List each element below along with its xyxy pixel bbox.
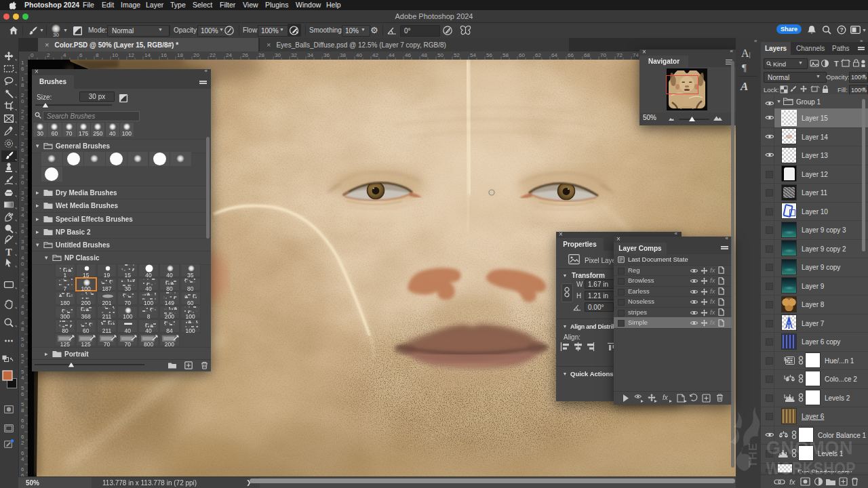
svg-text:6: 6: [21, 418, 24, 424]
svg-text:3: 3: [21, 206, 24, 212]
svg-text:1: 1: [21, 76, 24, 82]
svg-text:14: 14: [144, 52, 151, 58]
svg-text:6: 6: [79, 52, 83, 58]
svg-text:44: 44: [389, 52, 395, 58]
svg-text:8: 8: [21, 326, 24, 332]
svg-text:4: 4: [21, 320, 24, 326]
svg-text:30: 30: [275, 52, 281, 58]
svg-text:4: 4: [21, 375, 24, 381]
svg-text:42: 42: [372, 52, 378, 58]
svg-text:5: 5: [21, 369, 24, 375]
svg-text:6: 6: [21, 310, 24, 316]
svg-text:70: 70: [600, 52, 606, 58]
svg-text:3: 3: [21, 174, 24, 180]
svg-text:66: 66: [568, 52, 574, 58]
svg-text:20: 20: [193, 52, 199, 58]
svg-text:2: 2: [21, 440, 24, 446]
svg-text:18: 18: [177, 52, 183, 58]
svg-text:8: 8: [21, 245, 24, 251]
svg-text:8: 8: [96, 52, 99, 58]
svg-text:8: 8: [21, 82, 24, 88]
svg-text:0: 0: [21, 424, 24, 430]
svg-text:2: 2: [21, 115, 24, 121]
svg-text:5: 5: [21, 385, 24, 391]
svg-text:74: 74: [633, 52, 639, 58]
svg-text:WORKSHOP: WORKSHOP: [766, 459, 856, 478]
svg-text:4: 4: [21, 287, 24, 293]
svg-text:6: 6: [21, 66, 24, 72]
svg-text:4: 4: [21, 456, 24, 462]
svg-text:2: 2: [21, 108, 24, 115]
svg-text:32: 32: [291, 52, 297, 58]
svg-text:fx: fx: [663, 394, 669, 401]
svg-text:4: 4: [21, 255, 24, 261]
svg-text:3: 3: [21, 190, 24, 196]
svg-text:24: 24: [226, 52, 232, 58]
svg-text:12: 12: [128, 52, 134, 58]
svg-text:0: 0: [31, 52, 34, 58]
svg-text:48: 48: [421, 52, 427, 58]
svg-text:5: 5: [21, 336, 24, 342]
svg-text:2: 2: [21, 125, 24, 131]
svg-text:2: 2: [21, 157, 24, 163]
svg-text:26: 26: [242, 52, 248, 58]
svg-text:?: ?: [840, 26, 843, 33]
svg-text:6: 6: [21, 466, 24, 472]
svg-text:40: 40: [356, 52, 362, 58]
svg-text:2: 2: [21, 196, 24, 202]
svg-text:5: 5: [21, 401, 24, 407]
svg-text:4: 4: [21, 304, 24, 310]
svg-text:1: 1: [21, 60, 24, 66]
svg-text:5: 5: [21, 352, 24, 359]
svg-text:10: 10: [112, 52, 118, 58]
svg-text:T: T: [5, 247, 12, 258]
svg-text:4: 4: [21, 293, 24, 300]
svg-text:6: 6: [21, 434, 24, 440]
svg-text:22: 22: [210, 52, 216, 58]
svg-text:34: 34: [307, 52, 313, 58]
svg-text:THE: THE: [747, 443, 760, 468]
svg-text:58: 58: [502, 52, 509, 58]
svg-text:2: 2: [21, 277, 24, 283]
svg-text:2: 2: [21, 92, 24, 98]
svg-text:6: 6: [21, 391, 24, 397]
svg-text:8: 8: [21, 163, 24, 169]
svg-text:6: 6: [21, 147, 24, 153]
svg-text:3: 3: [21, 222, 24, 228]
svg-text:56: 56: [486, 52, 492, 58]
svg-text:46: 46: [405, 52, 411, 58]
svg-text:3: 3: [21, 239, 24, 245]
svg-text:2: 2: [47, 52, 50, 58]
svg-text:0: 0: [21, 98, 24, 104]
svg-text:0: 0: [21, 261, 24, 267]
svg-text:4: 4: [63, 52, 66, 58]
svg-text:54: 54: [470, 52, 476, 58]
svg-text:36: 36: [323, 52, 330, 58]
svg-text:16: 16: [161, 52, 167, 58]
svg-text:6: 6: [21, 450, 24, 456]
svg-text:0: 0: [21, 180, 24, 186]
svg-text:50: 50: [437, 52, 443, 58]
svg-text:64: 64: [551, 52, 557, 58]
svg-text:52: 52: [454, 52, 460, 58]
svg-text:60: 60: [519, 52, 525, 58]
svg-text:2: 2: [21, 359, 24, 365]
svg-text:28: 28: [258, 52, 264, 58]
svg-text:4: 4: [21, 271, 24, 277]
svg-text:T: T: [834, 60, 839, 68]
svg-text:8: 8: [21, 407, 24, 413]
svg-text:GNOMON: GNOMON: [766, 438, 853, 458]
svg-text:4: 4: [21, 131, 24, 137]
svg-text:6: 6: [21, 228, 24, 235]
svg-text:68: 68: [584, 52, 590, 58]
svg-text:62: 62: [535, 52, 541, 58]
svg-text:72: 72: [616, 52, 623, 58]
svg-text:4: 4: [21, 212, 24, 218]
svg-text:38: 38: [340, 52, 346, 58]
svg-text:0: 0: [21, 342, 24, 348]
svg-text:2: 2: [21, 141, 24, 147]
